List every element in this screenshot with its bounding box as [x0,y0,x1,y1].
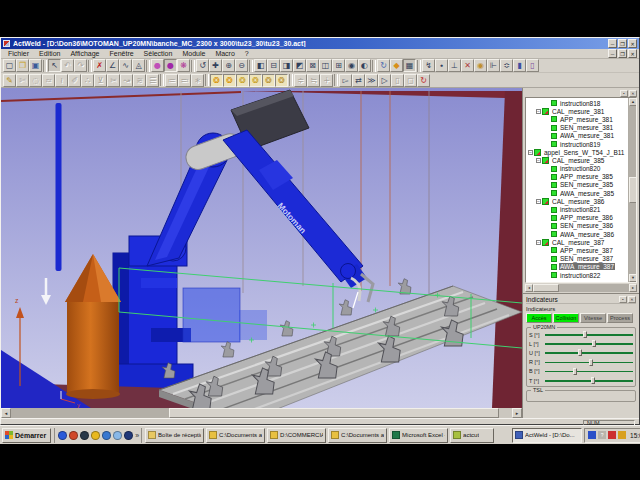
tree-item[interactable]: SEN_mesure_385 [526,181,628,189]
camera-view-button[interactable]: ◉ [345,59,358,72]
slider-thumb[interactable] [583,331,587,338]
mdi-minimize-button[interactable]: ─ [608,49,617,58]
player-route-button[interactable]: ⇄ [352,74,365,87]
indicator-collision-button[interactable]: Collision [553,313,579,323]
tree-item[interactable]: instruction819 [526,140,628,148]
tree-item[interactable]: −appel_Sens_W_T54_J_B11 [526,148,628,156]
quick-launch-outlook-icon[interactable] [69,431,78,440]
tray-language-icon[interactable] [588,431,596,439]
open-file-button[interactable]: ❐ [16,59,29,72]
tree-item[interactable]: APP_mesure_385 [526,173,628,181]
axis-slider[interactable] [545,330,633,339]
view-top-button[interactable]: ⊟ [267,59,280,72]
tree-scroll-left-button[interactable]: ◂ [525,284,533,292]
curve-tool-button[interactable]: ∿ [119,59,132,72]
view-iso-button[interactable]: ◩ [293,59,306,72]
scroll-right-button[interactable]: ▸ [512,408,522,418]
menu-affichage[interactable]: Affichage [65,50,104,57]
player-reset-button[interactable]: ↻ [417,74,430,87]
tree-item[interactable]: AWA_mesure_386 [526,230,628,238]
previous-view-button[interactable]: ◫ [319,59,332,72]
tree-collapse-icon[interactable]: − [536,199,541,204]
tree-item[interactable]: −CAL_mesure_381 [526,107,628,115]
quick-launch-ie-icon[interactable] [58,431,67,440]
player-play-button[interactable]: ▷ [378,74,391,87]
render-material-button[interactable]: ❋ [177,59,190,72]
slider-thumb[interactable] [573,368,577,375]
zoom-out-button[interactable]: ⊖ [235,59,248,72]
visibility-layer-3-button[interactable]: ❂ [236,74,249,87]
menu-?[interactable]: ? [240,50,254,57]
taskbar-task-actcut[interactable]: actcut [450,428,494,443]
tree-item[interactable]: instruction820 [526,165,628,173]
player-fast-button[interactable]: ≫ [365,74,378,87]
tray-alert-icon[interactable] [608,431,616,439]
save-file-button[interactable]: ▣ [29,59,42,72]
indicators-close-icon[interactable]: ✕ [628,296,636,303]
tree-collapse-icon[interactable]: − [536,158,541,163]
quick-launch-display-icon[interactable] [124,431,133,440]
tree-item[interactable]: instruction821 [526,205,628,213]
taskbar-task-actweld[interactable]: ActWeld - [D:\Do... [512,428,582,443]
measure-angle-button[interactable]: ∠ [106,59,119,72]
rotate-view-button[interactable]: ↺ [196,59,209,72]
menu-module[interactable]: Module [177,50,210,57]
menu-fentre[interactable]: Fenêtre [104,50,138,57]
taskbar-task-folder[interactable]: C:\Documents a... [328,428,387,443]
axis-slider[interactable] [545,358,633,367]
target-button[interactable]: ◉ [474,59,487,72]
indicator-accs-button[interactable]: Accès [526,313,552,323]
tree-item[interactable]: AWA_mesure_381 [526,132,628,140]
tree-item[interactable]: AWA_mesure_387 [526,263,628,271]
torch-tool-button[interactable]: ⊥ [448,59,461,72]
tree-vertical-scrollbar[interactable]: ▲ ▼ [628,98,636,282]
minimize-button[interactable]: ─ [608,39,617,48]
fit-view-button[interactable]: ⊠ [306,59,319,72]
visibility-layer-2-button[interactable]: ❂ [223,74,236,87]
tree-item[interactable]: SEN_mesure_386 [526,222,628,230]
statistics-button[interactable]: ▦ [403,59,416,72]
visibility-layer-5-button[interactable]: ❂ [262,74,275,87]
scrollbar-track[interactable] [11,408,169,418]
visibility-layer-6-button[interactable]: ❂ [275,74,288,87]
zoom-in-button[interactable]: ⊕ [222,59,235,72]
tree-scroll-down-button[interactable]: ▼ [629,274,637,282]
tree-item[interactable]: AWA_mesure_385 [526,189,628,197]
tray-status-icon[interactable] [618,431,626,439]
tree-hscrollbar-thumb[interactable] [533,284,559,292]
tree-pin-icon[interactable]: ▪ [620,90,628,97]
axis-slider[interactable] [545,376,633,385]
view-front-button[interactable]: ◧ [254,59,267,72]
menu-macro[interactable]: Macro [210,50,239,57]
tree-item[interactable]: −CAL_mesure_386 [526,197,628,205]
tree-item[interactable]: instruction822 [526,271,628,279]
mdi-restore-button[interactable]: ❐ [618,49,627,58]
title-bar[interactable]: ActWeld - [D:\Don36\MOTOMAN_UP20MN\banch… [1,38,639,49]
close-button[interactable]: ✕ [628,39,637,48]
start-button[interactable]: Démarrer [2,428,51,443]
swap-button[interactable]: ≎ [500,59,513,72]
visibility-layer-4-button[interactable]: ❂ [249,74,262,87]
menu-edition[interactable]: Edition [34,50,65,57]
quick-launch-media-icon[interactable] [80,431,89,440]
frame-button[interactable]: ⊩ [487,59,500,72]
viewport-3d[interactable]: Motoman [1,88,522,408]
tree-horizontal-scrollbar[interactable]: ◂ ▸ [525,284,637,292]
tree-collapse-icon[interactable]: − [536,240,541,245]
quick-launch-desktop-icon[interactable] [113,431,122,440]
pan-view-button[interactable]: ✚ [209,59,222,72]
plane-tool-button[interactable]: ◬ [132,59,145,72]
tree-collapse-icon[interactable]: − [536,109,541,114]
perspective-view-button[interactable]: ◐ [358,59,371,72]
tree-item[interactable]: SEN_mesure_381 [526,124,628,132]
tree-scroll-up-button[interactable]: ▲ [629,98,637,106]
annotation-button[interactable]: ✎ [3,74,16,87]
slider-thumb[interactable] [578,349,582,356]
point-button[interactable]: ∙ [435,59,448,72]
axis-slider[interactable] [545,339,633,348]
menu-slection[interactable]: Sélection [139,50,178,57]
tree-scrollbar-thumb[interactable] [629,177,637,203]
indicators-pin-icon[interactable]: ▪ [619,296,627,303]
cell-button[interactable]: ▮ [513,59,526,72]
axis-slider[interactable] [545,367,633,376]
